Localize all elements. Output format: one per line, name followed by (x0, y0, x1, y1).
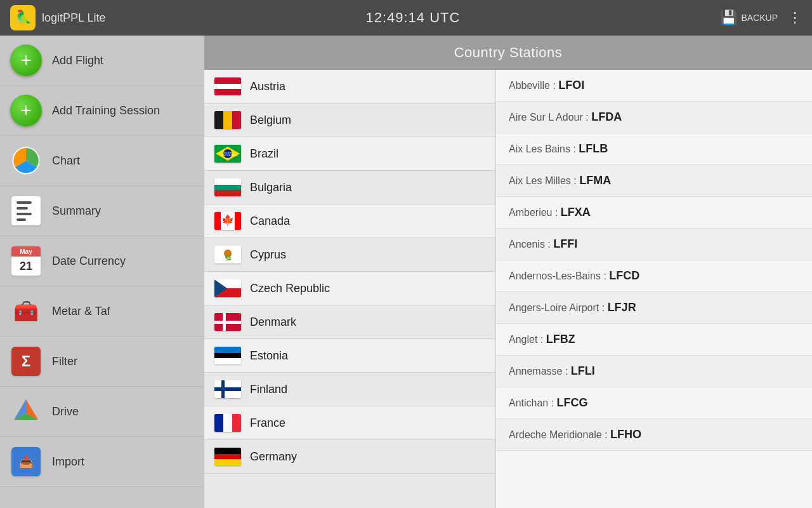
country-row[interactable]: Bulgaria (204, 171, 495, 204)
country-row[interactable]: Denmark (204, 305, 495, 339)
country-list: AustriaBelgiumBrazilBulgariaCanadaCyprus… (204, 70, 812, 508)
station-city: Annemasse : (509, 366, 571, 377)
station-row[interactable]: Andernos-Les-Bains : LFCD (496, 260, 812, 292)
station-code: LFLB (579, 142, 608, 155)
sidebar-item-chart[interactable]: Chart (0, 136, 204, 186)
country-row[interactable]: Canada (204, 204, 495, 238)
chart-label: Chart (52, 154, 80, 168)
country-flag (214, 111, 241, 129)
country-row[interactable]: Finland (204, 373, 495, 406)
content-area: Country Stations AustriaBelgiumBrazilBul… (204, 36, 812, 508)
sidebar-item-drive[interactable]: Drive (0, 387, 204, 437)
station-city: Antichan : (509, 398, 557, 408)
station-code: LFLI (571, 364, 595, 377)
sidebar-item-filter[interactable]: Σ Filter (0, 337, 204, 387)
drive-icon (10, 396, 42, 427)
app-logo: 🦜 (10, 5, 36, 30)
station-row[interactable]: Ancenis : LFFI (496, 229, 812, 260)
more-options-icon[interactable]: ⋮ (788, 10, 802, 26)
station-row[interactable]: Aix Les Bains : LFLB (496, 133, 812, 165)
country-name: Belgium (250, 114, 291, 127)
country-name: Austria (250, 80, 285, 93)
station-row[interactable]: Amberieu : LFXA (496, 197, 812, 229)
station-city: Anglet : (509, 334, 546, 345)
add-training-label: Add Training Session (52, 104, 160, 117)
station-city: Ancenis : (509, 239, 553, 250)
station-code: LFDA (591, 110, 622, 123)
country-flag (214, 77, 241, 95)
sidebar-item-import[interactable]: 📥 Import (0, 437, 204, 487)
country-name: Bulgaria (250, 181, 292, 194)
country-flag (214, 448, 241, 465)
station-code: LFOI (558, 79, 584, 91)
station-city: Abbeville : (509, 80, 558, 91)
country-row[interactable]: Germany (204, 440, 495, 474)
station-code: LFFI (553, 237, 577, 250)
sidebar-item-add-training[interactable]: Add Training Session (0, 86, 204, 136)
station-row[interactable]: Aix Les Milles : LFMA (496, 165, 812, 197)
country-name: Germany (250, 450, 297, 464)
add-flight-circle (10, 44, 42, 76)
clock-display: 12:49:14 UTC (365, 10, 460, 26)
sidebar-item-add-flight[interactable]: Add Flight (0, 36, 204, 86)
station-city: Andernos-Les-Bains : (509, 271, 609, 281)
add-training-circle (10, 95, 42, 126)
drive-label: Drive (52, 405, 79, 418)
country-flag (214, 145, 241, 163)
station-city: Ardeche Meridionale : (509, 429, 610, 440)
summary-label: Summary (52, 204, 101, 218)
country-name: Denmark (250, 316, 296, 329)
content-header: Country Stations (204, 36, 812, 70)
countries-column: AustriaBelgiumBrazilBulgariaCanadaCyprus… (204, 70, 496, 508)
station-row[interactable]: Angers-Loire Airport : LFJR (496, 292, 812, 324)
sidebar: Add Flight Add Training Session Chart (0, 36, 204, 508)
station-code: LFBZ (546, 333, 575, 345)
backup-label: BACKUP (741, 13, 778, 23)
country-flag (214, 380, 241, 398)
station-row[interactable]: Anglet : LFBZ (496, 324, 812, 356)
country-name: France (250, 417, 285, 430)
country-flag (214, 246, 241, 264)
station-row[interactable]: Annemasse : LFLI (496, 356, 812, 387)
country-row[interactable]: Belgium (204, 104, 495, 137)
station-city: Aire Sur L Adour : (509, 112, 591, 123)
station-city: Aix Les Bains : (509, 144, 579, 154)
backup-button[interactable]: 💾 BACKUP (720, 10, 778, 26)
station-code: LFJR (608, 301, 636, 314)
date-currency-icon: May 21 (10, 245, 42, 277)
station-row[interactable]: Antichan : LFCG (496, 387, 812, 419)
topbar-actions: 💾 BACKUP ⋮ (720, 10, 802, 26)
country-row[interactable]: Cyprus (204, 238, 495, 272)
sidebar-item-metar-taf[interactable]: 🧰 Metar & Taf (0, 286, 204, 337)
country-flag (214, 279, 241, 297)
country-name: Brazil (250, 147, 278, 161)
station-code: LFCG (557, 396, 588, 409)
date-currency-label: Date Currency (52, 255, 126, 268)
country-flag (214, 178, 241, 196)
country-flag (214, 414, 241, 432)
station-city: Angers-Loire Airport : (509, 302, 608, 313)
country-row[interactable]: Estonia (204, 339, 495, 373)
station-code: LFXA (561, 206, 591, 218)
metar-taf-label: Metar & Taf (52, 305, 110, 318)
station-row[interactable]: Aire Sur L Adour : LFDA (496, 102, 812, 133)
add-flight-icon (10, 44, 42, 76)
country-row[interactable]: Brazil (204, 137, 495, 171)
backup-icon: 💾 (720, 10, 737, 26)
add-flight-label: Add Flight (52, 54, 103, 67)
station-code: LFHO (610, 428, 641, 441)
sidebar-item-date-currency[interactable]: May 21 Date Currency (0, 236, 204, 286)
station-row[interactable]: Abbeville : LFOI (496, 70, 812, 102)
metar-icon: 🧰 (10, 295, 42, 327)
country-row[interactable]: France (204, 406, 495, 440)
import-icon: 📥 (10, 446, 42, 478)
station-row[interactable]: Ardeche Meridionale : LFHO (496, 419, 812, 451)
filter-label: Filter (52, 355, 77, 368)
sidebar-item-summary[interactable]: Summary (0, 186, 204, 236)
country-row[interactable]: Czech Republic (204, 272, 495, 305)
summary-icon (10, 195, 42, 227)
import-label: Import (52, 455, 84, 469)
add-training-icon (10, 95, 42, 126)
app-branding: 🦜 logitPPL Lite (10, 5, 105, 30)
country-row[interactable]: Austria (204, 70, 495, 104)
